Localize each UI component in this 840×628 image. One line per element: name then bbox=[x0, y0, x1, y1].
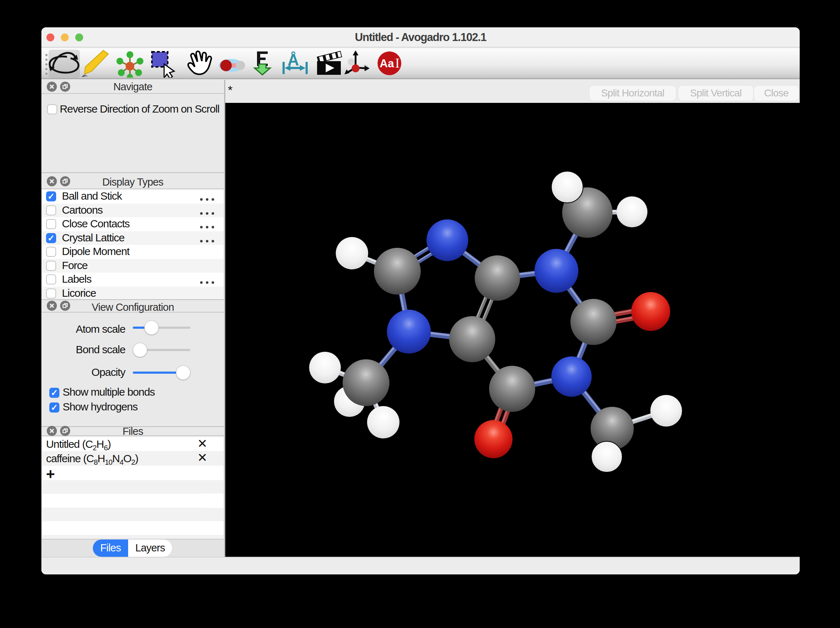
svg-text:I: I bbox=[395, 56, 399, 71]
svg-text:Aa: Aa bbox=[380, 57, 394, 70]
